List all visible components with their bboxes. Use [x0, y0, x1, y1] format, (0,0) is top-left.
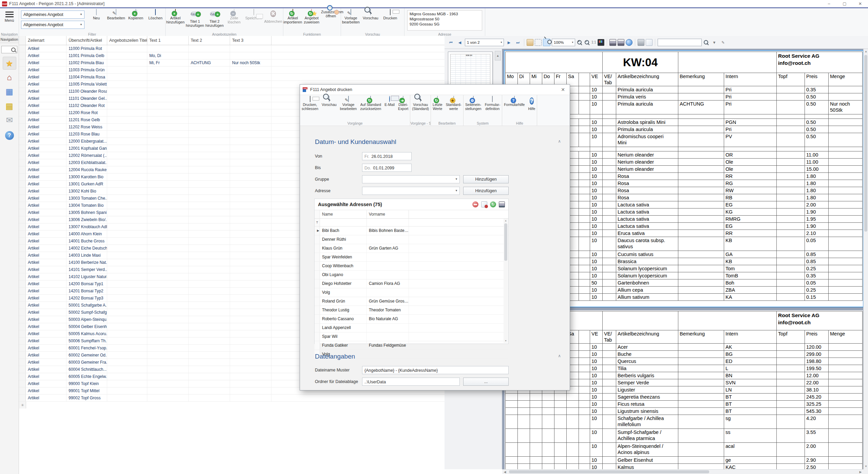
- zoom-region-button[interactable]: [543, 39, 550, 46]
- address-column-header[interactable]: Vorname: [367, 210, 409, 218]
- angebot-filter-combo-1[interactable]: Allgemeines Angebot▼: [21, 11, 84, 19]
- list-item[interactable]: ▶Bibi BachBibis Bohnen Baste…: [315, 226, 508, 235]
- row-selector[interactable]: [19, 323, 26, 330]
- first-page-button[interactable]: ⏮: [447, 39, 455, 46]
- row-selector[interactable]: [19, 387, 26, 394]
- row-selector[interactable]: [19, 373, 26, 380]
- column-header-2[interactable]: Überschrift/Artikel: [67, 36, 107, 45]
- addresses-scroll-thumb[interactable]: [504, 223, 507, 261]
- row-selector[interactable]: [19, 223, 26, 230]
- table-row[interactable]: Artikel11002 Primula BlauMi, FrACHTUNGNu…: [19, 59, 445, 67]
- ribbon-artikel-button[interactable]: +Artikel hinzufügen: [166, 9, 185, 24]
- dialog-auf-standard-button[interactable]: ↻Auf Standard zurücksetzen: [358, 96, 383, 121]
- address-box[interactable]: Migros Gossau MGB - 1963 Migrosstrasse 5…: [407, 10, 482, 31]
- row-selector[interactable]: [19, 181, 26, 187]
- ribbon-titel-1-button[interactable]: Aa-Zs+Titel 1 hinzufügen: [185, 9, 205, 28]
- browse-button[interactable]: ...: [463, 378, 509, 386]
- column-header-4[interactable]: Text 1: [147, 36, 189, 45]
- dialog-seitenein--button[interactable]: ⚙Seitenein- stellungen: [464, 96, 483, 121]
- gruppe-combo[interactable]: ▼: [362, 175, 460, 183]
- sidebar-item-help-icon[interactable]: ?: [3, 128, 16, 141]
- row-selector[interactable]: [19, 366, 26, 373]
- row-selector[interactable]: [19, 67, 26, 73]
- table-row[interactable]: Artikel11003 Primula Grün: [19, 67, 445, 74]
- row-selector[interactable]: [19, 216, 26, 223]
- edit-icon[interactable]: ✎: [719, 39, 727, 46]
- zoom-level-combo[interactable]: 100%▼: [552, 39, 575, 46]
- row-selector[interactable]: [19, 316, 26, 323]
- row-selector[interactable]: [19, 380, 26, 387]
- dialog-hilfe-button[interactable]: ?Hilfe: [526, 96, 537, 121]
- addresses-scrollbar[interactable]: ▲ ▼: [504, 219, 508, 343]
- row-selector[interactable]: [19, 81, 26, 88]
- sidebar-search-input[interactable]: [1, 46, 17, 53]
- sidebar-item-mail-icon[interactable]: ✉: [3, 114, 16, 127]
- list-item[interactable]: Landi Appenzell: [315, 324, 508, 332]
- refresh-icon[interactable]: ↻: [490, 201, 496, 207]
- table-row[interactable]: Artikel11001 Primula GelbMo, Di: [19, 52, 445, 59]
- maximize-button[interactable]: ▢: [837, 0, 852, 7]
- row-selector[interactable]: [19, 359, 26, 366]
- row-selector[interactable]: [19, 266, 26, 273]
- next-page-button[interactable]: ▶: [505, 39, 513, 46]
- row-selector[interactable]: [19, 238, 26, 244]
- angebot-filter-combo-2[interactable]: Allgemeines Angebot▼: [21, 21, 84, 29]
- print-addresses-icon[interactable]: [499, 201, 505, 207]
- dialog-e-mail-button[interactable]: E-Mail: [383, 96, 396, 121]
- list-item[interactable]: Volg: [315, 288, 508, 297]
- list-item[interactable]: Theodor LustigTheodor Tomaten: [315, 306, 508, 315]
- ordner-field[interactable]: ..\UserData: [362, 378, 460, 386]
- row-selector[interactable]: [19, 152, 26, 159]
- dialog-formular--button[interactable]: Formular- definition: [483, 96, 502, 121]
- row-selector[interactable]: [19, 188, 26, 195]
- preview-search-input[interactable]: [658, 39, 702, 46]
- scroll-up-icon[interactable]: ▲: [504, 219, 508, 223]
- scroll-up-icon[interactable]: ▲: [864, 49, 868, 54]
- remove-all-addresses-icon[interactable]: [481, 201, 487, 207]
- ribbon-vorschau-button[interactable]: Vorschau: [361, 9, 380, 20]
- list-item[interactable]: Spar Wil: [315, 332, 508, 341]
- list-item[interactable]: Roberto CassanoBio Naturale AG: [315, 315, 508, 324]
- row-selector[interactable]: [19, 174, 26, 180]
- preview-horizontal-scrollbar[interactable]: ◀ ▶: [502, 469, 863, 474]
- ribbon-angebot-button[interactable]: ↻Angebot zuweisen: [302, 9, 321, 24]
- address-column-header[interactable]: Name: [320, 210, 367, 218]
- row-selector[interactable]: [19, 295, 26, 302]
- collapse-icon[interactable]: ∧: [558, 139, 561, 144]
- actual-size-button[interactable]: 1:1: [591, 39, 596, 46]
- web-export-icon[interactable]: [626, 39, 633, 46]
- row-selector[interactable]: [19, 330, 26, 337]
- von-date-field[interactable]: Fr.26.01.2018: [362, 152, 412, 160]
- list-item[interactable]: Diego HofstetterCamion Flora AG: [315, 279, 508, 288]
- ribbon-vorlage-button[interactable]: ✎Vorlage bearbeiten: [341, 9, 361, 24]
- row-selector[interactable]: [19, 202, 26, 209]
- row-selector[interactable]: [19, 159, 26, 166]
- list-item[interactable]: Spar Weinfelden: [315, 253, 508, 262]
- row-selector[interactable]: [19, 52, 26, 59]
- ribbon-bearbeiten-button[interactable]: ✎Bearbeiten: [106, 9, 126, 20]
- list-item[interactable]: Denner Rüthi: [315, 235, 508, 244]
- dialog-vorlage-button[interactable]: ✎Vorlage bearbeiten: [338, 96, 359, 121]
- row-selector[interactable]: [19, 116, 26, 123]
- document-icon[interactable]: [646, 39, 653, 46]
- row-selector[interactable]: [19, 109, 26, 116]
- column-header-1[interactable]: Zeilenart: [26, 36, 67, 45]
- dateiname-field[interactable]: {AngebotName} - {KundeAdressName}: [362, 366, 509, 374]
- row-selector[interactable]: [19, 302, 26, 309]
- gruppe-hinzufuegen-button[interactable]: Hinzufügen: [463, 175, 509, 183]
- row-selector[interactable]: [19, 209, 26, 216]
- scroll-right-icon[interactable]: ▶: [858, 470, 863, 474]
- table-row[interactable]: Artikel11000 Primula Rot: [19, 45, 445, 52]
- list-item[interactable]: Coop Wittenbach: [315, 262, 508, 271]
- monitor-icon[interactable]: [598, 39, 604, 46]
- ribbon-artikel-button[interactable]: ↻Artikel importieren: [283, 9, 302, 24]
- row-selector[interactable]: [19, 102, 26, 109]
- list-item[interactable]: Roland GrünGrün Gemüse Gros…: [315, 297, 508, 306]
- row-selector[interactable]: [19, 74, 26, 80]
- prev-page-button[interactable]: ◀: [456, 39, 464, 46]
- preview-vertical-scrollbar[interactable]: ▲ ▼: [863, 49, 868, 469]
- scroll-down-icon[interactable]: ▼: [864, 464, 868, 469]
- row-selector[interactable]: [19, 88, 26, 95]
- remove-address-icon[interactable]: [472, 201, 478, 207]
- adresse-hinzufuegen-button[interactable]: Hinzufügen: [463, 187, 509, 195]
